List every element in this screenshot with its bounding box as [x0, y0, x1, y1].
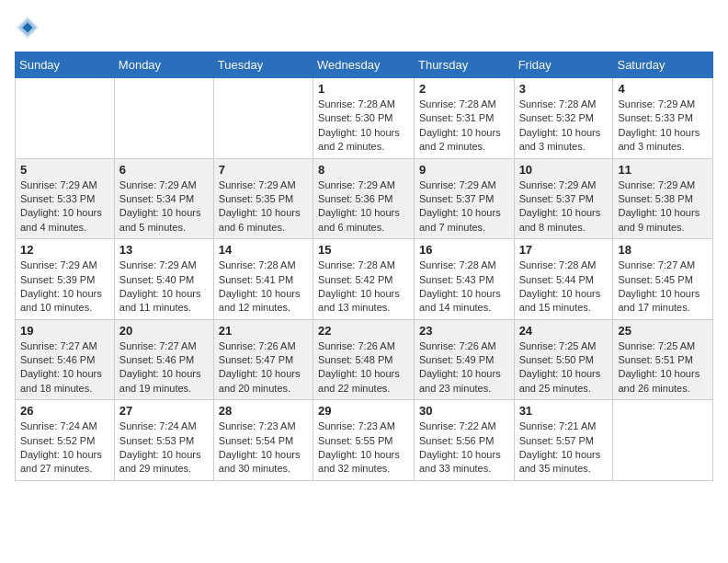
- day-cell: 31Sunrise: 7:21 AM Sunset: 5:57 PM Dayli…: [514, 400, 613, 481]
- day-cell: 19Sunrise: 7:27 AM Sunset: 5:46 PM Dayli…: [16, 319, 115, 400]
- day-cell: 10Sunrise: 7:29 AM Sunset: 5:37 PM Dayli…: [514, 158, 613, 239]
- day-number: 27: [119, 404, 209, 418]
- day-number: 23: [419, 324, 509, 338]
- day-number: 17: [519, 243, 609, 257]
- day-info: Sunrise: 7:25 AM Sunset: 5:50 PM Dayligh…: [519, 339, 609, 396]
- day-cell: 14Sunrise: 7:28 AM Sunset: 5:41 PM Dayli…: [213, 239, 313, 320]
- day-info: Sunrise: 7:28 AM Sunset: 5:43 PM Dayligh…: [419, 259, 509, 316]
- week-row-3: 12Sunrise: 7:29 AM Sunset: 5:39 PM Dayli…: [16, 239, 713, 320]
- day-info: Sunrise: 7:29 AM Sunset: 5:39 PM Dayligh…: [20, 259, 109, 316]
- day-cell: [16, 78, 115, 159]
- day-number: 11: [618, 163, 708, 177]
- page-header: [15, 15, 713, 40]
- week-row-4: 19Sunrise: 7:27 AM Sunset: 5:46 PM Dayli…: [16, 319, 713, 400]
- day-number: 30: [419, 404, 509, 418]
- header-wednesday: Wednesday: [313, 52, 415, 78]
- day-cell: 17Sunrise: 7:28 AM Sunset: 5:44 PM Dayli…: [514, 239, 613, 320]
- day-info: Sunrise: 7:21 AM Sunset: 5:57 PM Dayligh…: [519, 419, 609, 477]
- day-number: 31: [519, 404, 609, 418]
- header-saturday: Saturday: [613, 52, 713, 78]
- logo: [15, 15, 42, 40]
- day-number: 9: [419, 163, 509, 177]
- day-cell: 24Sunrise: 7:25 AM Sunset: 5:50 PM Dayli…: [514, 319, 613, 400]
- day-cell: 30Sunrise: 7:22 AM Sunset: 5:56 PM Dayli…: [414, 400, 514, 481]
- day-cell: 7Sunrise: 7:29 AM Sunset: 5:35 PM Daylig…: [213, 158, 313, 239]
- day-cell: 28Sunrise: 7:23 AM Sunset: 5:54 PM Dayli…: [213, 400, 313, 481]
- day-info: Sunrise: 7:24 AM Sunset: 5:52 PM Dayligh…: [20, 419, 109, 477]
- day-info: Sunrise: 7:27 AM Sunset: 5:46 PM Dayligh…: [20, 339, 109, 396]
- day-cell: 18Sunrise: 7:27 AM Sunset: 5:45 PM Dayli…: [613, 239, 713, 320]
- day-number: 21: [219, 324, 308, 338]
- day-cell: 15Sunrise: 7:28 AM Sunset: 5:42 PM Dayli…: [313, 239, 415, 320]
- day-info: Sunrise: 7:23 AM Sunset: 5:55 PM Dayligh…: [318, 419, 409, 477]
- day-number: 20: [119, 324, 209, 338]
- day-cell: 13Sunrise: 7:29 AM Sunset: 5:40 PM Dayli…: [114, 239, 213, 320]
- day-number: 3: [519, 82, 609, 96]
- day-cell: 4Sunrise: 7:29 AM Sunset: 5:33 PM Daylig…: [613, 78, 713, 159]
- day-cell: 9Sunrise: 7:29 AM Sunset: 5:37 PM Daylig…: [414, 158, 514, 239]
- day-cell: 27Sunrise: 7:24 AM Sunset: 5:53 PM Dayli…: [114, 400, 213, 481]
- day-cell: 23Sunrise: 7:26 AM Sunset: 5:49 PM Dayli…: [414, 319, 514, 400]
- day-info: Sunrise: 7:26 AM Sunset: 5:49 PM Dayligh…: [419, 339, 509, 396]
- day-info: Sunrise: 7:29 AM Sunset: 5:38 PM Dayligh…: [618, 178, 708, 236]
- day-info: Sunrise: 7:29 AM Sunset: 5:35 PM Dayligh…: [219, 178, 308, 236]
- day-cell: 29Sunrise: 7:23 AM Sunset: 5:55 PM Dayli…: [313, 400, 415, 481]
- day-number: 28: [219, 404, 308, 418]
- day-number: 26: [20, 404, 109, 418]
- day-info: Sunrise: 7:23 AM Sunset: 5:54 PM Dayligh…: [219, 419, 308, 477]
- day-cell: 5Sunrise: 7:29 AM Sunset: 5:33 PM Daylig…: [16, 158, 115, 239]
- day-cell: 3Sunrise: 7:28 AM Sunset: 5:32 PM Daylig…: [514, 78, 613, 159]
- day-info: Sunrise: 7:28 AM Sunset: 5:32 PM Dayligh…: [519, 98, 609, 155]
- day-info: Sunrise: 7:27 AM Sunset: 5:46 PM Dayligh…: [119, 339, 209, 396]
- week-row-5: 26Sunrise: 7:24 AM Sunset: 5:52 PM Dayli…: [16, 400, 713, 481]
- day-number: 6: [119, 163, 209, 177]
- day-cell: 25Sunrise: 7:25 AM Sunset: 5:51 PM Dayli…: [613, 319, 713, 400]
- day-info: Sunrise: 7:29 AM Sunset: 5:40 PM Dayligh…: [119, 259, 209, 316]
- header-friday: Friday: [514, 52, 613, 78]
- day-info: Sunrise: 7:28 AM Sunset: 5:41 PM Dayligh…: [219, 259, 308, 316]
- day-info: Sunrise: 7:29 AM Sunset: 5:33 PM Dayligh…: [618, 98, 708, 155]
- day-number: 24: [519, 324, 609, 338]
- day-cell: 16Sunrise: 7:28 AM Sunset: 5:43 PM Dayli…: [414, 239, 514, 320]
- calendar-table: SundayMondayTuesdayWednesdayThursdayFrid…: [15, 52, 713, 481]
- day-cell: 21Sunrise: 7:26 AM Sunset: 5:47 PM Dayli…: [213, 319, 313, 400]
- day-number: 18: [618, 243, 708, 257]
- day-info: Sunrise: 7:29 AM Sunset: 5:37 PM Dayligh…: [419, 178, 509, 236]
- day-cell: 2Sunrise: 7:28 AM Sunset: 5:31 PM Daylig…: [414, 78, 514, 159]
- day-cell: 22Sunrise: 7:26 AM Sunset: 5:48 PM Dayli…: [313, 319, 415, 400]
- day-cell: [613, 400, 713, 481]
- header-sunday: Sunday: [16, 52, 115, 78]
- day-number: 29: [318, 404, 409, 418]
- day-cell: 26Sunrise: 7:24 AM Sunset: 5:52 PM Dayli…: [16, 400, 115, 481]
- day-info: Sunrise: 7:29 AM Sunset: 5:37 PM Dayligh…: [519, 178, 609, 236]
- day-info: Sunrise: 7:28 AM Sunset: 5:30 PM Dayligh…: [318, 98, 409, 155]
- day-number: 12: [20, 243, 109, 257]
- day-info: Sunrise: 7:28 AM Sunset: 5:42 PM Dayligh…: [318, 259, 409, 316]
- day-number: 10: [519, 163, 609, 177]
- day-cell: 1Sunrise: 7:28 AM Sunset: 5:30 PM Daylig…: [313, 78, 415, 159]
- day-info: Sunrise: 7:22 AM Sunset: 5:56 PM Dayligh…: [419, 419, 509, 477]
- day-number: 22: [318, 324, 409, 338]
- day-cell: 8Sunrise: 7:29 AM Sunset: 5:36 PM Daylig…: [313, 158, 415, 239]
- day-number: 5: [20, 163, 109, 177]
- day-number: 19: [20, 324, 109, 338]
- header-row: SundayMondayTuesdayWednesdayThursdayFrid…: [16, 52, 713, 78]
- day-number: 1: [318, 82, 409, 96]
- day-number: 7: [219, 163, 308, 177]
- day-cell: [114, 78, 213, 159]
- logo-icon: [15, 15, 40, 40]
- day-info: Sunrise: 7:28 AM Sunset: 5:31 PM Dayligh…: [419, 98, 509, 155]
- day-number: 13: [119, 243, 209, 257]
- day-info: Sunrise: 7:25 AM Sunset: 5:51 PM Dayligh…: [618, 339, 708, 396]
- day-info: Sunrise: 7:29 AM Sunset: 5:33 PM Dayligh…: [20, 178, 109, 236]
- day-info: Sunrise: 7:28 AM Sunset: 5:44 PM Dayligh…: [519, 259, 609, 316]
- day-info: Sunrise: 7:27 AM Sunset: 5:45 PM Dayligh…: [618, 259, 708, 316]
- day-cell: 12Sunrise: 7:29 AM Sunset: 5:39 PM Dayli…: [16, 239, 115, 320]
- header-thursday: Thursday: [414, 52, 514, 78]
- day-info: Sunrise: 7:29 AM Sunset: 5:34 PM Dayligh…: [119, 178, 209, 236]
- day-info: Sunrise: 7:26 AM Sunset: 5:47 PM Dayligh…: [219, 339, 308, 396]
- day-number: 14: [219, 243, 308, 257]
- header-monday: Monday: [114, 52, 213, 78]
- day-cell: [213, 78, 313, 159]
- day-number: 8: [318, 163, 409, 177]
